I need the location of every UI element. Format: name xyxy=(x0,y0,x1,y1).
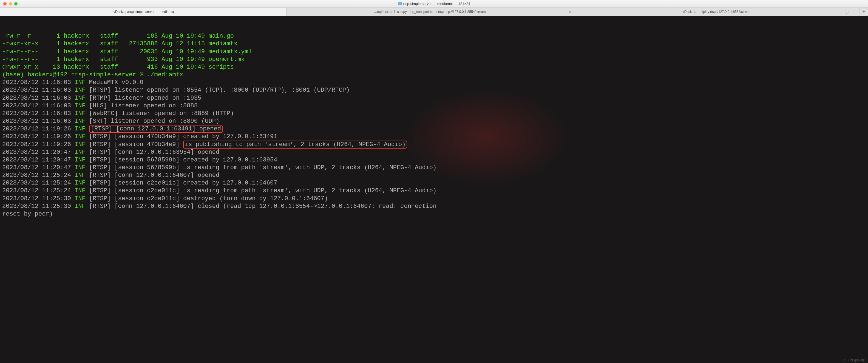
log-line: 2023/08/12 11:19:26 INF [RTSP] [session … xyxy=(2,141,866,148)
log-line: 2023/08/12 11:25:30 INF [RTSP] [conn 127… xyxy=(2,203,866,210)
log-timestamp: 2023/08/12 11:16:03 xyxy=(2,103,74,109)
log-message: [RTSP] [session c2ce011c] created by 127… xyxy=(89,179,277,187)
highlighted-log: [RTSP] [conn 127.0.0.1:63491] opened xyxy=(89,125,223,133)
log-timestamp: 2023/08/12 11:16:03 xyxy=(2,95,74,102)
ls-row: -rwxr-xr-x 1 hackerx staff 27135888 Aug … xyxy=(2,40,866,48)
log-line: 2023/08/12 11:20:47 INF [RTSP] [conn 127… xyxy=(2,148,866,156)
log-timestamp: 2023/08/12 11:16:03 xyxy=(2,110,74,117)
log-message: [RTSP] [session 5678599b] created by 127… xyxy=(89,157,277,163)
tab-0[interactable]: ~/Desktop/rtsp-simple-server — mediamtx xyxy=(0,8,286,16)
log-message: [RTSP] [conn 127.0.0.1:64607] opened xyxy=(89,172,219,179)
log-line: 2023/08/12 11:25:24 INF [RTSP] [conn 127… xyxy=(2,172,866,179)
log-message: MediaMTX v0.0.0 xyxy=(89,79,144,86)
log-line: 2023/08/12 11:16:03 INF [HLS] listener o… xyxy=(2,102,866,110)
titlebar: rtsp-simple-server — mediamtx — 121×24 xyxy=(0,0,868,8)
log-timestamp: 2023/08/12 11:19:26 xyxy=(2,125,74,132)
log-timestamp: 2023/08/12 11:20:47 xyxy=(2,149,74,156)
ls-row: -rw-r--r-- 1 hackerx staff 20035 Aug 10 … xyxy=(2,48,866,56)
log-level: INF xyxy=(74,125,89,132)
log-timestamp: 2023/08/12 11:20:47 xyxy=(2,164,74,171)
log-level: INF xyxy=(74,195,89,202)
tab-1[interactable]: …top/test.mp4 -c copy -rtsp_transport tc… xyxy=(286,8,573,16)
log-level: INF xyxy=(74,87,89,94)
tab-label: ~/Desktop/rtsp-simple-server — mediamtx xyxy=(113,10,174,14)
log-line: 2023/08/12 11:25:30 INF [RTSP] [session … xyxy=(2,195,866,203)
log-level: INF xyxy=(74,187,89,194)
log-level: INF xyxy=(74,172,89,179)
ls-row: -rw-r--r-- 1 hackerx staff 185 Aug 10 19… xyxy=(2,32,866,40)
highlighted-log: is publishing to path 'stream', 2 tracks… xyxy=(183,141,407,148)
log-line: 2023/08/12 11:16:03 INF MediaMTX v0.0.0 xyxy=(2,79,866,86)
log-message: [RTSP] [session 5678599b] is reading fro… xyxy=(89,164,436,171)
log-timestamp: 2023/08/12 11:20:47 xyxy=(2,157,74,163)
log-message: [RTSP] [session c2ce011c] is reading fro… xyxy=(89,187,436,194)
log-timestamp: 2023/08/12 11:25:24 xyxy=(2,179,74,187)
log-line: 2023/08/12 11:19:26 INF [RTSP] [session … xyxy=(2,133,866,141)
log-level: INF xyxy=(74,179,89,187)
log-message: [SRT] listener opened on :8890 (UDP) xyxy=(89,118,219,125)
log-level: INF xyxy=(74,149,89,156)
log-timestamp: 2023/08/12 11:16:03 xyxy=(2,118,74,125)
log-line: 2023/08/12 11:25:24 INF [RTSP] [session … xyxy=(2,179,866,187)
prompt-command: ./mediamtx xyxy=(147,72,183,78)
terminal-body[interactable]: -rw-r--r-- 1 hackerx staff 185 Aug 10 19… xyxy=(0,16,868,363)
tabbar: ~/Desktop/rtsp-simple-server — mediamtx…… xyxy=(0,8,868,16)
log-line: 2023/08/12 11:16:03 INF [RTSP] listener … xyxy=(2,86,866,94)
tab-label: …top/test.mp4 -c copy -rtsp_transport tc… xyxy=(374,10,486,14)
log-timestamp: 2023/08/12 11:16:03 xyxy=(2,79,74,86)
log-message: [RTSP] [session c2ce011c] destroyed (tor… xyxy=(89,195,328,202)
log-timestamp: 2023/08/12 11:25:24 xyxy=(2,172,74,179)
tab-2[interactable]: ~/Desktop — ffplay rtsp://127.0.0.1:8554… xyxy=(573,8,860,16)
log-timestamp: 2023/08/12 11:25:30 xyxy=(2,195,74,202)
watermark: CSDN @林鸿群 xyxy=(844,358,866,362)
log-message-prefix: [RTSP] [session 470b34e9] xyxy=(89,141,183,148)
log-line: 2023/08/12 11:20:47 INF [RTSP] [session … xyxy=(2,156,866,164)
log-message: [RTSP] [conn 127.0.0.1:63954] opened xyxy=(89,149,219,156)
log-level: INF xyxy=(74,203,89,210)
prompt-prefix: (base) hackerx@192 rtsp-simple-server % xyxy=(2,72,147,78)
minimize-window-button[interactable] xyxy=(9,2,12,5)
log-timestamp: 2023/08/12 11:19:26 xyxy=(2,141,74,148)
log-level: INF xyxy=(74,118,89,125)
log-message: [RTSP] listener opened on :8554 (TCP), :… xyxy=(89,87,350,94)
window-title-wrap: rtsp-simple-server — mediamtx — 121×24 xyxy=(3,2,865,6)
log-level: INF xyxy=(74,103,89,109)
log-timestamp: 2023/08/12 11:19:26 xyxy=(2,133,74,140)
folder-icon xyxy=(398,2,402,5)
log-line: 2023/08/12 11:19:26 INF [RTSP] [conn 127… xyxy=(2,125,866,133)
traffic-lights xyxy=(3,2,18,5)
log-timestamp: 2023/08/12 11:16:03 xyxy=(2,87,74,94)
ls-row: -rw-r--r-- 1 hackerx staff 933 Aug 10 19… xyxy=(2,56,866,63)
log-level: INF xyxy=(74,133,89,140)
log-level: INF xyxy=(74,95,89,102)
ls-row: drwxr-xr-x 13 hackerx staff 416 Aug 10 1… xyxy=(2,63,866,71)
log-level: INF xyxy=(74,141,89,148)
log-message: [RTMP] listener opened on :1935 xyxy=(89,95,201,102)
spinner-icon xyxy=(845,10,848,14)
tab-label: ~/Desktop — ffplay rtsp://127.0.0.1:8554… xyxy=(681,10,751,14)
log-line: 2023/08/12 11:20:47 INF [RTSP] [session … xyxy=(2,164,866,172)
window-title: rtsp-simple-server — mediamtx — 121×24 xyxy=(403,2,470,6)
add-tab-button[interactable]: + xyxy=(860,8,868,16)
log-message: [WebRTC] listener opened on :8889 (HTTP) xyxy=(89,110,234,117)
log-timestamp: 2023/08/12 11:25:30 xyxy=(2,203,74,210)
close-window-button[interactable] xyxy=(3,2,7,5)
terminal-window: rtsp-simple-server — mediamtx — 121×24 ~… xyxy=(0,0,868,363)
log-line-wrap: reset by peer) xyxy=(2,210,866,218)
log-level: INF xyxy=(74,79,89,86)
log-message: [RTSP] [conn 127.0.0.1:64607] closed (re… xyxy=(89,203,436,210)
log-line: 2023/08/12 11:16:03 INF [SRT] listener o… xyxy=(2,117,866,125)
log-level: INF xyxy=(74,110,89,117)
log-level: INF xyxy=(74,157,89,163)
log-message: [HLS] listener opened on :8888 xyxy=(89,103,198,109)
log-line: 2023/08/12 11:25:24 INF [RTSP] [session … xyxy=(2,187,866,195)
log-level: INF xyxy=(74,164,89,171)
log-message: [RTSP] [session 470b34e9] created by 127… xyxy=(89,133,277,140)
prompt-line: (base) hackerx@192 rtsp-simple-server % … xyxy=(2,71,866,79)
log-timestamp: 2023/08/12 11:25:24 xyxy=(2,187,74,194)
log-line: 2023/08/12 11:16:03 INF [WebRTC] listene… xyxy=(2,110,866,117)
close-icon[interactable]: × xyxy=(569,9,571,14)
maximize-window-button[interactable] xyxy=(14,2,18,5)
log-line: 2023/08/12 11:16:03 INF [RTMP] listener … xyxy=(2,94,866,102)
